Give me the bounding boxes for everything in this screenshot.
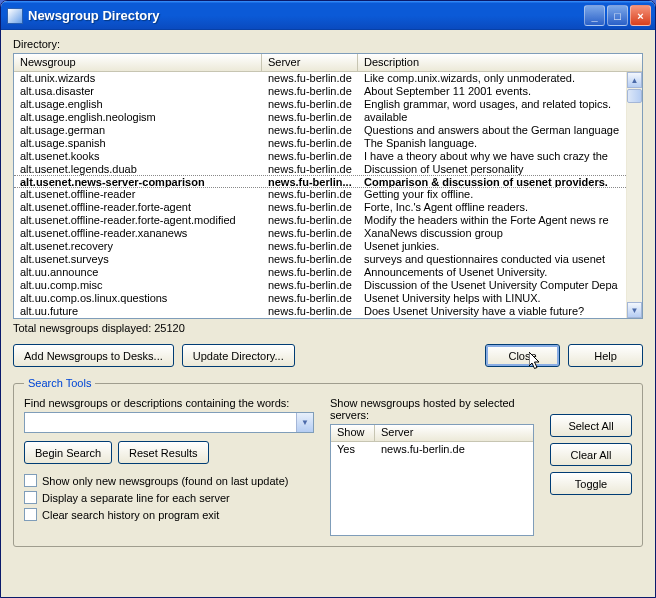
table-row[interactable]: alt.unix.wizardsnews.fu-berlin.deLike co…: [14, 72, 626, 85]
table-row[interactable]: alt.usenet.offline-reader.xananewsnews.f…: [14, 227, 626, 240]
vertical-scrollbar[interactable]: ▲ ▼: [626, 72, 642, 318]
cell-newsgroup: alt.usenet.kooks: [14, 150, 262, 163]
table-row[interactable]: alt.usage.germannews.fu-berlin.deQuestio…: [14, 124, 626, 137]
cell-newsgroup: alt.uu.comp.misc: [14, 279, 262, 292]
cell-server: news.fu-berlin.de: [262, 137, 358, 150]
cell-server: news.fu-berlin.de: [262, 305, 358, 318]
column-header-show[interactable]: Show: [331, 425, 375, 441]
minimize-icon: _: [591, 10, 597, 22]
cell-server: news.fu-berlin.de: [262, 188, 358, 201]
column-header-server[interactable]: Server: [262, 54, 358, 71]
reset-results-button[interactable]: Reset Results: [118, 441, 208, 464]
search-combo[interactable]: ▼: [24, 412, 314, 433]
combo-dropdown-button[interactable]: ▼: [296, 413, 313, 432]
checkbox-clear-history[interactable]: Clear search history on program exit: [24, 508, 314, 521]
search-tools-group: Search Tools Find newsgroups or descript…: [13, 377, 643, 547]
total-count-label: Total newsgroups displayed: 25120: [13, 322, 643, 334]
cell-newsgroup: alt.usenet.news-server-comparison: [14, 176, 262, 187]
table-row[interactable]: alt.usa.disasternews.fu-berlin.deAbout S…: [14, 85, 626, 98]
table-row[interactable]: alt.uu.comp.os.linux.questionsnews.fu-be…: [14, 292, 626, 305]
cell-newsgroup: alt.usa.disaster: [14, 85, 262, 98]
cell-description: Forte, Inc.'s Agent offline readers.: [358, 201, 626, 214]
table-row[interactable]: alt.usenet.news-server-comparisonnews.fu…: [14, 175, 626, 188]
close-icon: ×: [637, 10, 643, 22]
scroll-thumb[interactable]: [627, 89, 642, 103]
server-listview[interactable]: Show Server Yesnews.fu-berlin.de: [330, 424, 534, 536]
cell-description: Comparison & discussion of usenet provid…: [358, 176, 626, 187]
help-button[interactable]: Help: [568, 344, 643, 367]
cell-server: news.fu-berlin.de: [262, 279, 358, 292]
cell-server: news.fu-berlin.de: [262, 240, 358, 253]
cell-server: news.fu-berlin.de: [262, 266, 358, 279]
newsgroup-listview[interactable]: Newsgroup Server Description alt.unix.wi…: [13, 53, 643, 319]
cell-server-name: news.fu-berlin.de: [375, 442, 471, 456]
cell-description: Modify the headers within the Forte Agen…: [358, 214, 626, 227]
cell-description: XanaNews discussion group: [358, 227, 626, 240]
cell-description: Usenet junkies.: [358, 240, 626, 253]
cell-description: Discussion of the Usenet University Comp…: [358, 279, 626, 292]
cell-description: Questions and answers about the German l…: [358, 124, 626, 137]
checkbox-separate-line-label: Display a separate line for each server: [42, 492, 230, 504]
add-newsgroups-button[interactable]: Add Newsgroups to Desks...: [13, 344, 174, 367]
app-icon: [7, 8, 23, 24]
checkbox-icon: [24, 508, 37, 521]
checkbox-clear-history-label: Clear search history on program exit: [42, 509, 219, 521]
close-button[interactable]: Close: [485, 344, 560, 367]
minimize-button[interactable]: _: [584, 5, 605, 26]
table-row[interactable]: alt.usenet.offline-reader.forte-agentnew…: [14, 201, 626, 214]
table-row[interactable]: alt.usenet.recoverynews.fu-berlin.deUsen…: [14, 240, 626, 253]
table-row[interactable]: alt.usage.englishnews.fu-berlin.deEnglis…: [14, 98, 626, 111]
table-row[interactable]: alt.usage.spanishnews.fu-berlin.deThe Sp…: [14, 137, 626, 150]
cell-description: About September 11 2001 events.: [358, 85, 626, 98]
clear-all-button[interactable]: Clear All: [550, 443, 632, 466]
cell-description: Announcements of Usenet University.: [358, 266, 626, 279]
begin-search-button[interactable]: Begin Search: [24, 441, 112, 464]
cell-server: news.fu-berlin.de: [262, 72, 358, 85]
update-directory-button[interactable]: Update Directory...: [182, 344, 295, 367]
table-row[interactable]: alt.uu.futurenews.fu-berlin.deDoes Usene…: [14, 305, 626, 318]
cell-description: surveys and questionnaires conducted via…: [358, 253, 626, 266]
table-row[interactable]: alt.uu.comp.miscnews.fu-berlin.deDiscuss…: [14, 279, 626, 292]
chevron-down-icon: ▼: [301, 418, 309, 427]
scroll-down-button[interactable]: ▼: [627, 302, 642, 318]
table-row[interactable]: alt.usenet.surveysnews.fu-berlin.desurve…: [14, 253, 626, 266]
column-header-newsgroup[interactable]: Newsgroup: [14, 54, 262, 71]
cell-server: news.fu-berlin.de: [262, 85, 358, 98]
column-header-server-name[interactable]: Server: [375, 425, 533, 441]
column-header-description[interactable]: Description: [358, 54, 642, 71]
cell-newsgroup: alt.uu.announce: [14, 266, 262, 279]
toggle-button[interactable]: Toggle: [550, 472, 632, 495]
titlebar[interactable]: Newsgroup Directory _ □ ×: [1, 1, 655, 30]
checkbox-show-new[interactable]: Show only new newsgroups (found on last …: [24, 474, 314, 487]
select-all-button[interactable]: Select All: [550, 414, 632, 437]
search-tools-legend: Search Tools: [24, 377, 95, 389]
cell-newsgroup: alt.uu.future: [14, 305, 262, 318]
table-row[interactable]: alt.usenet.offline-readernews.fu-berlin.…: [14, 188, 626, 201]
cell-show: Yes: [331, 442, 375, 456]
window-close-button[interactable]: ×: [630, 5, 651, 26]
checkbox-icon: [24, 474, 37, 487]
directory-label: Directory:: [13, 38, 643, 50]
checkbox-icon: [24, 491, 37, 504]
maximize-button[interactable]: □: [607, 5, 628, 26]
show-servers-label: Show newsgroups hosted by selected serve…: [330, 397, 534, 421]
dialog-window: Newsgroup Directory _ □ × Directory: New…: [0, 0, 656, 598]
cell-server: news.fu-berlin.de: [262, 292, 358, 305]
checkbox-separate-line[interactable]: Display a separate line for each server: [24, 491, 314, 504]
search-input[interactable]: [25, 413, 296, 432]
cell-newsgroup: alt.usenet.offline-reader.forte-agent.mo…: [14, 214, 262, 227]
cell-newsgroup: alt.usage.english: [14, 98, 262, 111]
cell-newsgroup: alt.usage.german: [14, 124, 262, 137]
cell-server: news.fu-berlin.de: [262, 214, 358, 227]
cell-newsgroup: alt.usenet.surveys: [14, 253, 262, 266]
table-row[interactable]: alt.usenet.offline-reader.forte-agent.mo…: [14, 214, 626, 227]
table-row[interactable]: alt.usenet.legends.duabnews.fu-berlin.de…: [14, 163, 626, 176]
server-row[interactable]: Yesnews.fu-berlin.de: [331, 442, 533, 456]
cell-server: news.fu-berlin.de: [262, 163, 358, 176]
table-row[interactable]: alt.usenet.kooksnews.fu-berlin.deI have …: [14, 150, 626, 163]
table-row[interactable]: alt.usage.english.neologismnews.fu-berli…: [14, 111, 626, 124]
cell-server: news.fu-berlin...: [262, 176, 358, 187]
scroll-up-button[interactable]: ▲: [627, 72, 642, 88]
listview-header: Newsgroup Server Description: [14, 54, 642, 72]
table-row[interactable]: alt.uu.announcenews.fu-berlin.deAnnounce…: [14, 266, 626, 279]
